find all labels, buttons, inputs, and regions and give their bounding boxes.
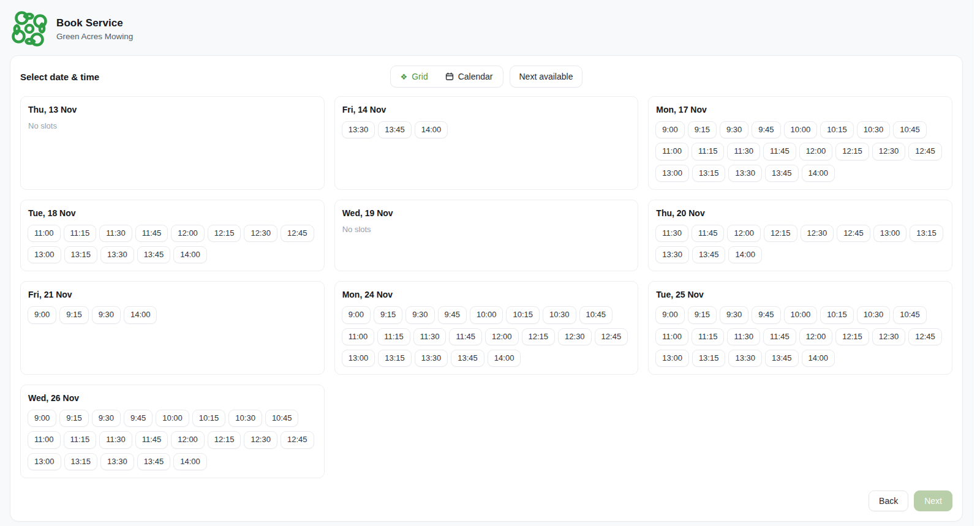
time-slot-button[interactable]: 13:30 bbox=[728, 350, 762, 367]
time-slot-button[interactable]: 13:00 bbox=[655, 165, 689, 182]
time-slot-button[interactable]: 9:30 bbox=[92, 306, 121, 323]
time-slot-button[interactable]: 11:15 bbox=[64, 225, 97, 242]
time-slot-button[interactable]: 13:30 bbox=[100, 453, 134, 470]
time-slot-button[interactable]: 11:30 bbox=[413, 328, 447, 345]
time-slot-button[interactable]: 11:30 bbox=[655, 225, 688, 242]
time-slot-button[interactable]: 10:00 bbox=[470, 306, 503, 323]
time-slot-button[interactable]: 10:30 bbox=[857, 306, 891, 323]
time-slot-button[interactable]: 10:00 bbox=[156, 410, 189, 427]
time-slot-button[interactable]: 12:15 bbox=[835, 328, 869, 345]
time-slot-button[interactable]: 13:45 bbox=[451, 350, 484, 367]
time-slot-button[interactable]: 14:00 bbox=[488, 350, 521, 367]
time-slot-button[interactable]: 10:15 bbox=[192, 410, 226, 427]
time-slot-button[interactable]: 10:15 bbox=[820, 121, 854, 138]
time-slot-button[interactable]: 14:00 bbox=[728, 246, 762, 263]
tab-calendar[interactable]: Calendar bbox=[437, 67, 502, 86]
time-slot-button[interactable]: 13:45 bbox=[765, 350, 799, 367]
time-slot-button[interactable]: 12:30 bbox=[872, 143, 906, 160]
time-slot-button[interactable]: 11:15 bbox=[692, 143, 725, 160]
time-slot-button[interactable]: 12:30 bbox=[872, 328, 906, 345]
time-slot-button[interactable]: 11:30 bbox=[99, 225, 132, 242]
time-slot-button[interactable]: 10:30 bbox=[857, 121, 891, 138]
back-button[interactable]: Back bbox=[869, 490, 908, 511]
time-slot-button[interactable]: 10:30 bbox=[228, 410, 262, 427]
time-slot-button[interactable]: 11:45 bbox=[135, 431, 168, 448]
time-slot-button[interactable]: 13:15 bbox=[692, 350, 726, 367]
time-slot-button[interactable]: 12:45 bbox=[595, 328, 628, 345]
time-slot-button[interactable]: 13:00 bbox=[342, 350, 375, 367]
time-slot-button[interactable]: 10:30 bbox=[543, 306, 576, 323]
time-slot-button[interactable]: 10:45 bbox=[893, 306, 927, 323]
time-slot-button[interactable]: 13:00 bbox=[28, 453, 61, 470]
time-slot-button[interactable]: 12:30 bbox=[801, 225, 834, 242]
time-slot-button[interactable]: 9:15 bbox=[59, 306, 88, 323]
time-slot-button[interactable]: 13:30 bbox=[415, 350, 448, 367]
time-slot-button[interactable]: 11:00 bbox=[28, 225, 61, 242]
time-slot-button[interactable]: 12:15 bbox=[835, 143, 869, 160]
time-slot-button[interactable]: 9:30 bbox=[92, 410, 121, 427]
time-slot-button[interactable]: 9:00 bbox=[655, 306, 684, 323]
time-slot-button[interactable]: 9:45 bbox=[752, 306, 780, 323]
time-slot-button[interactable]: 12:45 bbox=[837, 225, 870, 242]
time-slot-button[interactable]: 11:00 bbox=[342, 328, 375, 345]
time-slot-button[interactable]: 11:00 bbox=[28, 431, 61, 448]
time-slot-button[interactable]: 10:45 bbox=[579, 306, 613, 323]
time-slot-button[interactable]: 13:45 bbox=[765, 165, 799, 182]
time-slot-button[interactable]: 13:15 bbox=[692, 165, 726, 182]
time-slot-button[interactable]: 9:00 bbox=[655, 121, 684, 138]
time-slot-button[interactable]: 10:00 bbox=[784, 306, 818, 323]
next-available-button[interactable]: Next available bbox=[510, 66, 583, 88]
time-slot-button[interactable]: 13:30 bbox=[342, 121, 375, 138]
time-slot-button[interactable]: 12:45 bbox=[908, 143, 942, 160]
time-slot-button[interactable]: 11:45 bbox=[763, 328, 796, 345]
time-slot-button[interactable]: 13:30 bbox=[728, 165, 762, 182]
time-slot-button[interactable]: 13:15 bbox=[64, 246, 98, 263]
time-slot-button[interactable]: 10:45 bbox=[265, 410, 299, 427]
time-slot-button[interactable]: 13:00 bbox=[655, 350, 689, 367]
time-slot-button[interactable]: 14:00 bbox=[173, 246, 207, 263]
tab-grid[interactable]: ❖ Grid bbox=[392, 67, 437, 86]
time-slot-button[interactable]: 9:45 bbox=[124, 410, 153, 427]
time-slot-button[interactable]: 14:00 bbox=[124, 306, 157, 323]
time-slot-button[interactable]: 9:30 bbox=[405, 306, 434, 323]
time-slot-button[interactable]: 13:15 bbox=[910, 225, 943, 242]
time-slot-button[interactable]: 10:45 bbox=[893, 121, 927, 138]
time-slot-button[interactable]: 11:45 bbox=[135, 225, 168, 242]
time-slot-button[interactable]: 13:45 bbox=[137, 453, 171, 470]
time-slot-button[interactable]: 9:30 bbox=[720, 306, 748, 323]
time-slot-button[interactable]: 11:15 bbox=[377, 328, 410, 345]
time-slot-button[interactable]: 13:30 bbox=[655, 246, 689, 263]
time-slot-button[interactable]: 12:15 bbox=[208, 225, 241, 242]
time-slot-button[interactable]: 12:00 bbox=[727, 225, 761, 242]
time-slot-button[interactable]: 13:45 bbox=[692, 246, 726, 263]
time-slot-button[interactable]: 13:00 bbox=[873, 225, 907, 242]
time-slot-button[interactable]: 11:45 bbox=[763, 143, 796, 160]
time-slot-button[interactable]: 10:15 bbox=[506, 306, 540, 323]
time-slot-button[interactable]: 12:00 bbox=[799, 328, 833, 345]
time-slot-button[interactable]: 11:00 bbox=[655, 143, 688, 160]
time-slot-button[interactable]: 12:15 bbox=[764, 225, 797, 242]
time-slot-button[interactable]: 9:45 bbox=[752, 121, 780, 138]
time-slot-button[interactable]: 12:45 bbox=[908, 328, 942, 345]
time-slot-button[interactable]: 11:45 bbox=[692, 225, 725, 242]
time-slot-button[interactable]: 13:15 bbox=[64, 453, 98, 470]
time-slot-button[interactable]: 9:30 bbox=[720, 121, 748, 138]
time-slot-button[interactable]: 9:45 bbox=[438, 306, 467, 323]
time-slot-button[interactable]: 14:00 bbox=[802, 350, 835, 367]
time-slot-button[interactable]: 11:45 bbox=[449, 328, 482, 345]
time-slot-button[interactable]: 11:30 bbox=[727, 143, 760, 160]
time-slot-button[interactable]: 14:00 bbox=[415, 121, 448, 138]
time-slot-button[interactable]: 13:15 bbox=[378, 350, 412, 367]
time-slot-button[interactable]: 12:45 bbox=[281, 225, 314, 242]
time-slot-button[interactable]: 13:00 bbox=[28, 246, 61, 263]
time-slot-button[interactable]: 9:00 bbox=[28, 306, 56, 323]
time-slot-button[interactable]: 11:15 bbox=[64, 431, 97, 448]
time-slot-button[interactable]: 12:00 bbox=[171, 431, 205, 448]
time-slot-button[interactable]: 12:30 bbox=[244, 225, 277, 242]
time-slot-button[interactable]: 12:30 bbox=[244, 431, 277, 448]
time-slot-button[interactable]: 9:15 bbox=[59, 410, 88, 427]
time-slot-button[interactable]: 13:45 bbox=[378, 121, 412, 138]
time-slot-button[interactable]: 12:00 bbox=[485, 328, 519, 345]
time-slot-button[interactable]: 12:45 bbox=[281, 431, 314, 448]
time-slot-button[interactable]: 11:15 bbox=[692, 328, 725, 345]
